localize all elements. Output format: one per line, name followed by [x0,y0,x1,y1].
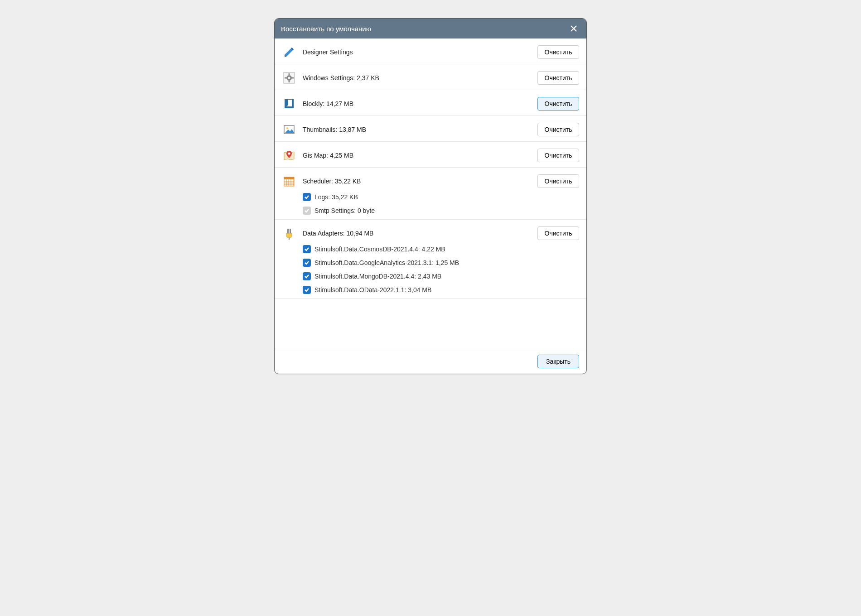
checkbox-logs[interactable] [303,193,311,201]
section-label: Gis Map: 4,25 MB [303,152,531,159]
subitem-logs: Logs: 35,22 KB [303,193,579,201]
subitem-label: Stimulsoft.Data.MongoDB-2021.4.4: 2,43 M… [314,273,441,280]
spacer [275,299,586,349]
subitem-label: Smtp Settings: 0 byte [314,207,375,214]
section-thumbnails: Thumbnails: 13,87 MB Очистить [275,116,586,142]
restore-defaults-dialog: Восстановить по умолчанию Designer Setti… [274,18,587,374]
section-label: Thumbnails: 13,87 MB [303,126,531,133]
clear-button-blockly[interactable]: Очистить [537,97,579,111]
dialog-title: Восстановить по умолчанию [281,25,567,33]
section-gismap: Gis Map: 4,25 MB Очистить [275,142,586,168]
clear-button-gismap[interactable]: Очистить [537,149,579,162]
section-windows: Windows Settings: 2,37 KB Очистить [275,64,586,90]
svg-rect-7 [285,77,286,79]
section-label: Blockly: 14,27 MB [303,100,531,107]
checkbox-cosmos[interactable] [303,245,311,253]
dialog-titlebar: Восстановить по умолчанию [275,19,586,38]
subitem-odata: Stimulsoft.Data.OData-2022.1.1: 3,04 MB [303,286,579,294]
checkbox-smtp [303,207,311,215]
section-label: Windows Settings: 2,37 KB [303,74,531,82]
svg-rect-23 [290,229,291,233]
section-designer: Designer Settings Очистить [275,38,586,64]
svg-rect-6 [289,81,290,82]
subitem-ga: Stimulsoft.Data.GoogleAnalytics-2021.3.1… [303,259,579,267]
section-label: Designer Settings [303,48,531,56]
dialog-content: Designer Settings Очистить Windows Setti… [275,38,586,374]
checkbox-mongo[interactable] [303,272,311,280]
section-adapters: Data Adapters: 10,94 MB Очистить Stimuls… [275,220,586,299]
plug-icon [282,226,296,241]
section-blockly: Blockly: 14,27 MB Очистить [275,90,586,116]
calendar-icon [282,174,296,188]
close-button[interactable]: Закрыть [537,355,579,368]
clear-button-windows[interactable]: Очистить [537,71,579,85]
clear-button-adapters[interactable]: Очистить [537,226,579,240]
pencil-icon [282,45,296,59]
subitem-mongo: Stimulsoft.Data.MongoDB-2021.4.4: 2,43 M… [303,272,579,280]
subitem-label: Stimulsoft.Data.CosmosDB-2021.4.4: 4,22 … [314,245,445,253]
map-pin-icon [282,148,296,163]
subitem-cosmos: Stimulsoft.Data.CosmosDB-2021.4.4: 4,22 … [303,245,579,253]
section-label: Scheduler: 35,22 KB [303,178,531,185]
svg-rect-22 [287,229,289,233]
subitem-label: Logs: 35,22 KB [314,193,358,201]
checkbox-ga[interactable] [303,259,311,267]
blockly-icon [282,96,296,111]
svg-point-4 [288,77,290,79]
checkbox-odata[interactable] [303,286,311,294]
dialog-footer: Закрыть [275,349,586,374]
section-scheduler: Scheduler: 35,22 KB Очистить Logs: 35,22… [275,168,586,220]
gear-icon [282,71,296,85]
clear-button-designer[interactable]: Очистить [537,45,579,59]
clear-button-thumbnails[interactable]: Очистить [537,123,579,136]
svg-point-12 [288,153,290,155]
close-icon[interactable] [567,22,580,35]
clear-button-scheduler[interactable]: Очистить [537,174,579,188]
svg-rect-14 [284,177,294,179]
section-label: Data Adapters: 10,94 MB [303,230,531,237]
svg-rect-5 [289,73,290,75]
subitem-smtp: Smtp Settings: 0 byte [303,207,579,215]
subitem-label: Stimulsoft.Data.OData-2022.1.1: 3,04 MB [314,286,431,294]
subitem-label: Stimulsoft.Data.GoogleAnalytics-2021.3.1… [314,259,459,266]
image-icon [282,122,296,137]
svg-point-11 [286,127,288,129]
svg-rect-8 [292,77,294,79]
